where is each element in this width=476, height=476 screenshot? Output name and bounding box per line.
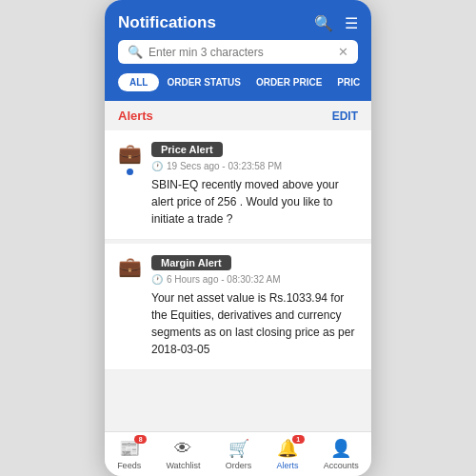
unread-dot-1 [127,169,133,175]
alert-badge-2: Margin Alert [151,255,231,270]
alert-card-1: 💼 Price Alert 🕐 19 Secs ago - 03:23:58 P… [105,130,371,240]
nav-watchlist[interactable]: 👁 Watchlist [166,439,200,470]
header-top: Notifications 🔍 ☰ [118,13,358,32]
search-icon[interactable]: 🔍 [314,14,333,32]
nav-alerts[interactable]: 🔔 1 Alerts [277,438,299,470]
clear-icon[interactable]: ✕ [338,45,348,59]
feeds-label: Feeds [117,461,141,470]
watchlist-label: Watchlist [166,461,200,470]
tabs-row: ALL ORDER STATUS ORDER PRICE PRIC [118,73,358,91]
content-area: Alerts EDIT 💼 Price Alert 🕐 19 Secs ago … [105,101,371,431]
nav-accounts[interactable]: 👤 Accounts [324,438,359,470]
tab-all[interactable]: ALL [118,73,159,91]
alert-body-2: Margin Alert 🕐 6 Hours ago - 08:30:32 AM… [151,253,358,358]
orders-label: Orders [226,461,252,470]
alert-card-2: 💼 Margin Alert 🕐 6 Hours ago - 08:30:32 … [105,244,371,370]
clock-icon-2: 🕐 [151,274,163,285]
section-label: Alerts [118,109,153,123]
alert-time-2: 6 Hours ago - 08:30:32 AM [167,274,281,285]
search-bar: 🔍 ✕ [118,40,358,64]
feeds-badge: 8 [134,435,147,444]
clock-icon-1: 🕐 [151,161,163,171]
alert-icon-col-2: 💼 [118,253,142,358]
alert-time-1: 19 Secs ago - 03:23:58 PM [167,161,282,171]
accounts-icon: 👤 [330,438,351,459]
header: Notifications 🔍 ☰ 🔍 ✕ ALL ORDER STATUS O… [105,0,371,101]
alert-meta-1: 🕐 19 Secs ago - 03:23:58 PM [151,161,358,171]
alert-body-1: Price Alert 🕐 19 Secs ago - 03:23:58 PM … [151,140,358,228]
briefcase-icon-1: 💼 [118,142,142,165]
orders-icon: 🛒 [228,438,249,459]
search-inner-icon: 🔍 [128,45,143,59]
watchlist-icon: 👁 [174,439,191,459]
section-header: Alerts EDIT [105,101,371,127]
nav-feeds[interactable]: 📰 8 Feeds [117,438,141,470]
accounts-label: Accounts [324,461,359,470]
alert-icon-col-1: 💼 [118,140,142,228]
alert-meta-2: 🕐 6 Hours ago - 08:30:32 AM [151,274,358,285]
alert-text-2: Your net asset value is Rs.1033.94 for t… [151,289,358,358]
bottom-nav: 📰 8 Feeds 👁 Watchlist 🛒 Orders 🔔 1 Alert… [105,431,371,476]
page-title: Notifications [118,13,216,32]
alerts-label: Alerts [277,461,299,470]
filter-icon[interactable]: ☰ [345,14,358,32]
alert-badge-1: Price Alert [151,142,223,157]
tab-pric[interactable]: PRIC [329,73,367,91]
nav-orders[interactable]: 🛒 Orders [226,438,252,470]
tab-order-status[interactable]: ORDER STATUS [159,73,248,91]
edit-button[interactable]: EDIT [332,109,358,123]
header-icons: 🔍 ☰ [314,14,358,32]
alerts-badge: 1 [292,435,305,444]
phone-shell: Notifications 🔍 ☰ 🔍 ✕ ALL ORDER STATUS O… [105,0,371,476]
search-input[interactable] [149,46,332,59]
alert-text-1: SBIN-EQ recently moved above your alert … [151,176,358,228]
briefcase-icon-2: 💼 [118,255,142,278]
tab-order-price[interactable]: ORDER PRICE [248,73,329,91]
